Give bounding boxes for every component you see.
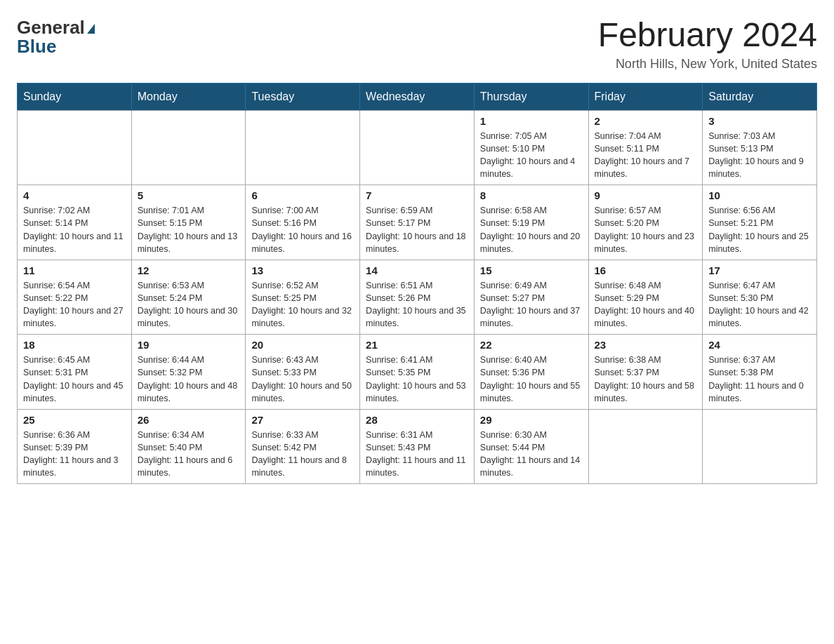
day-number: 17 <box>708 264 811 276</box>
day-info: Sunrise: 6:38 AM Sunset: 5:37 PM Dayligh… <box>595 354 697 405</box>
day-info: Sunrise: 6:30 AM Sunset: 5:44 PM Dayligh… <box>480 429 583 480</box>
calendar-week-row: 11Sunrise: 6:54 AM Sunset: 5:22 PM Dayli… <box>18 260 817 335</box>
calendar-day-12: 12Sunrise: 6:53 AM Sunset: 5:24 PM Dayli… <box>131 260 246 335</box>
day-number: 29 <box>480 414 583 426</box>
day-info: Sunrise: 7:01 AM Sunset: 5:15 PM Dayligh… <box>138 204 240 255</box>
calendar-table: SundayMondayTuesdayWednesdayThursdayFrid… <box>17 83 817 485</box>
day-info: Sunrise: 7:05 AM Sunset: 5:10 PM Dayligh… <box>480 130 583 181</box>
calendar-header-row: SundayMondayTuesdayWednesdayThursdayFrid… <box>18 83 817 110</box>
calendar-day-6: 6Sunrise: 7:00 AM Sunset: 5:16 PM Daylig… <box>246 185 360 260</box>
calendar-day-21: 21Sunrise: 6:41 AM Sunset: 5:35 PM Dayli… <box>360 335 475 410</box>
weekday-header-tuesday: Tuesday <box>246 83 360 110</box>
calendar-day-18: 18Sunrise: 6:45 AM Sunset: 5:31 PM Dayli… <box>18 335 132 410</box>
calendar-day-7: 7Sunrise: 6:59 AM Sunset: 5:17 PM Daylig… <box>360 185 475 260</box>
calendar-day-11: 11Sunrise: 6:54 AM Sunset: 5:22 PM Dayli… <box>18 260 132 335</box>
day-number: 24 <box>708 339 811 351</box>
day-number: 23 <box>595 339 697 351</box>
calendar-day-16: 16Sunrise: 6:48 AM Sunset: 5:29 PM Dayli… <box>588 260 703 335</box>
day-number: 13 <box>251 264 354 276</box>
day-info: Sunrise: 7:03 AM Sunset: 5:13 PM Dayligh… <box>708 130 811 181</box>
weekday-header-monday: Monday <box>131 83 246 110</box>
calendar-day-22: 22Sunrise: 6:40 AM Sunset: 5:36 PM Dayli… <box>474 335 588 410</box>
calendar-week-row: 18Sunrise: 6:45 AM Sunset: 5:31 PM Dayli… <box>18 335 817 410</box>
day-number: 20 <box>251 339 354 351</box>
day-info: Sunrise: 6:34 AM Sunset: 5:40 PM Dayligh… <box>138 429 240 480</box>
calendar-day-9: 9Sunrise: 6:57 AM Sunset: 5:20 PM Daylig… <box>588 185 703 260</box>
title-section: February 2024 North Hills, New York, Uni… <box>598 17 817 72</box>
calendar-day-5: 5Sunrise: 7:01 AM Sunset: 5:15 PM Daylig… <box>131 185 246 260</box>
calendar-day-29: 29Sunrise: 6:30 AM Sunset: 5:44 PM Dayli… <box>474 409 588 484</box>
day-number: 6 <box>251 189 354 201</box>
weekday-header-friday: Friday <box>588 83 703 110</box>
day-info: Sunrise: 6:52 AM Sunset: 5:25 PM Dayligh… <box>251 279 354 330</box>
day-number: 22 <box>480 339 583 351</box>
day-info: Sunrise: 6:31 AM Sunset: 5:43 PM Dayligh… <box>366 429 468 480</box>
day-info: Sunrise: 6:43 AM Sunset: 5:33 PM Dayligh… <box>251 354 354 405</box>
day-number: 5 <box>138 189 240 201</box>
day-info: Sunrise: 6:45 AM Sunset: 5:31 PM Dayligh… <box>23 354 126 405</box>
day-number: 3 <box>708 115 811 127</box>
calendar-day-3: 3Sunrise: 7:03 AM Sunset: 5:13 PM Daylig… <box>703 110 817 185</box>
day-info: Sunrise: 6:56 AM Sunset: 5:21 PM Dayligh… <box>708 204 811 255</box>
day-info: Sunrise: 6:48 AM Sunset: 5:29 PM Dayligh… <box>595 279 697 330</box>
day-number: 16 <box>595 264 697 276</box>
calendar-day-19: 19Sunrise: 6:44 AM Sunset: 5:32 PM Dayli… <box>131 335 246 410</box>
location-text: North Hills, New York, United States <box>598 57 817 72</box>
day-info: Sunrise: 7:02 AM Sunset: 5:14 PM Dayligh… <box>23 204 126 255</box>
calendar-empty-cell <box>360 110 475 185</box>
day-info: Sunrise: 7:04 AM Sunset: 5:11 PM Dayligh… <box>595 130 697 181</box>
day-info: Sunrise: 6:51 AM Sunset: 5:26 PM Dayligh… <box>366 279 468 330</box>
calendar-day-24: 24Sunrise: 6:37 AM Sunset: 5:38 PM Dayli… <box>703 335 817 410</box>
day-info: Sunrise: 6:33 AM Sunset: 5:42 PM Dayligh… <box>251 429 354 480</box>
calendar-day-28: 28Sunrise: 6:31 AM Sunset: 5:43 PM Dayli… <box>360 409 475 484</box>
month-title: February 2024 <box>598 17 817 54</box>
day-number: 19 <box>138 339 240 351</box>
day-number: 15 <box>480 264 583 276</box>
calendar-empty-cell <box>131 110 246 185</box>
calendar-week-row: 4Sunrise: 7:02 AM Sunset: 5:14 PM Daylig… <box>18 185 817 260</box>
calendar-empty-cell <box>246 110 360 185</box>
day-number: 8 <box>480 189 583 201</box>
calendar-day-8: 8Sunrise: 6:58 AM Sunset: 5:19 PM Daylig… <box>474 185 588 260</box>
day-number: 21 <box>366 339 468 351</box>
day-number: 11 <box>23 264 126 276</box>
day-info: Sunrise: 6:57 AM Sunset: 5:20 PM Dayligh… <box>595 204 697 255</box>
calendar-day-25: 25Sunrise: 6:36 AM Sunset: 5:39 PM Dayli… <box>18 409 132 484</box>
day-info: Sunrise: 6:44 AM Sunset: 5:32 PM Dayligh… <box>138 354 240 405</box>
calendar-day-27: 27Sunrise: 6:33 AM Sunset: 5:42 PM Dayli… <box>246 409 360 484</box>
day-info: Sunrise: 6:47 AM Sunset: 5:30 PM Dayligh… <box>708 279 811 330</box>
day-number: 18 <box>23 339 126 351</box>
day-info: Sunrise: 6:53 AM Sunset: 5:24 PM Dayligh… <box>138 279 240 330</box>
logo-arrow-icon <box>87 24 95 34</box>
calendar-day-14: 14Sunrise: 6:51 AM Sunset: 5:26 PM Dayli… <box>360 260 475 335</box>
day-info: Sunrise: 6:41 AM Sunset: 5:35 PM Dayligh… <box>366 354 468 405</box>
calendar-empty-cell <box>588 409 703 484</box>
calendar-day-1: 1Sunrise: 7:05 AM Sunset: 5:10 PM Daylig… <box>474 110 588 185</box>
calendar-day-2: 2Sunrise: 7:04 AM Sunset: 5:11 PM Daylig… <box>588 110 703 185</box>
day-number: 12 <box>138 264 240 276</box>
day-info: Sunrise: 6:40 AM Sunset: 5:36 PM Dayligh… <box>480 354 583 405</box>
calendar-day-4: 4Sunrise: 7:02 AM Sunset: 5:14 PM Daylig… <box>18 185 132 260</box>
day-number: 7 <box>366 189 468 201</box>
weekday-header-sunday: Sunday <box>18 83 132 110</box>
day-info: Sunrise: 6:59 AM Sunset: 5:17 PM Dayligh… <box>366 204 468 255</box>
day-number: 28 <box>366 414 468 426</box>
calendar-day-13: 13Sunrise: 6:52 AM Sunset: 5:25 PM Dayli… <box>246 260 360 335</box>
day-info: Sunrise: 6:58 AM Sunset: 5:19 PM Dayligh… <box>480 204 583 255</box>
weekday-header-thursday: Thursday <box>474 83 588 110</box>
day-number: 14 <box>366 264 468 276</box>
day-number: 26 <box>138 414 240 426</box>
weekday-header-wednesday: Wednesday <box>360 83 475 110</box>
calendar-day-15: 15Sunrise: 6:49 AM Sunset: 5:27 PM Dayli… <box>474 260 588 335</box>
logo: General Blue <box>17 17 95 58</box>
day-number: 2 <box>595 115 697 127</box>
weekday-header-saturday: Saturday <box>703 83 817 110</box>
logo-blue-text: Blue <box>17 36 95 58</box>
day-number: 1 <box>480 115 583 127</box>
calendar-day-23: 23Sunrise: 6:38 AM Sunset: 5:37 PM Dayli… <box>588 335 703 410</box>
page-header: General Blue February 2024 North Hills, … <box>17 17 817 72</box>
day-number: 25 <box>23 414 126 426</box>
day-number: 10 <box>708 189 811 201</box>
calendar-empty-cell <box>703 409 817 484</box>
day-info: Sunrise: 7:00 AM Sunset: 5:16 PM Dayligh… <box>251 204 354 255</box>
